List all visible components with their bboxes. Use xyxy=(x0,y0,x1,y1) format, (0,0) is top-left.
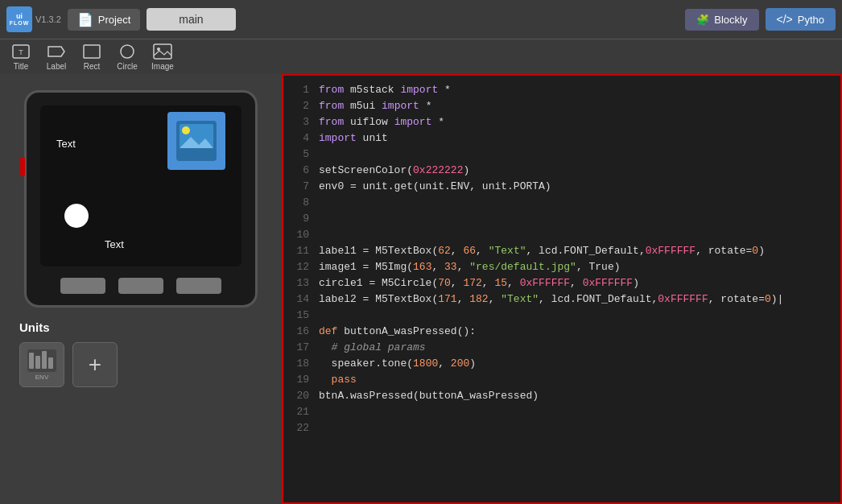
device-side-button[interactable] xyxy=(20,157,25,176)
toolbar-row: T Title Label Rect Circle Image xyxy=(0,39,842,74)
unit-add-button[interactable]: + xyxy=(72,342,118,387)
rect-icon xyxy=(80,43,103,60)
svg-text:T: T xyxy=(19,48,23,56)
project-button[interactable]: 📄 Project xyxy=(68,9,140,31)
main-area: Text Text xyxy=(0,74,842,504)
code-line-8: 8 xyxy=(283,195,840,211)
code-panel[interactable]: 1 from m5stack import * 2 from m5ui impo… xyxy=(282,74,842,504)
code-line-6: 6 setScreenColor(0x222222) xyxy=(283,163,840,179)
code-line-4: 4 import unit xyxy=(283,130,840,147)
add-icon: + xyxy=(89,353,101,376)
code-line-18: 18 speaker.tone(1800, 200) xyxy=(283,356,840,372)
code-line-9: 9 xyxy=(283,211,840,227)
project-icon: 📄 xyxy=(77,12,93,27)
code-line-15: 15 xyxy=(283,308,840,324)
code-line-13: 13 circle1 = M5Circle(70, 172, 15, 0xFFF… xyxy=(283,275,840,291)
svg-rect-4 xyxy=(154,44,171,59)
svg-point-3 xyxy=(121,45,134,58)
units-title: Units xyxy=(19,320,262,334)
code-line-17: 17 # global params xyxy=(283,340,840,356)
device-screen: Text Text xyxy=(40,105,241,266)
device-text-top: Text xyxy=(56,138,76,150)
toolbar-image[interactable]: Image xyxy=(151,43,174,71)
code-line-7: 7 env0 = unit.get(unit.ENV, unit.PORTA) xyxy=(283,179,840,195)
svg-point-9 xyxy=(182,126,190,134)
code-line-2: 2 from m5ui import * xyxy=(283,98,840,114)
code-line-5: 5 xyxy=(283,147,840,163)
blockly-button[interactable]: 🧩 Blockly xyxy=(685,9,758,31)
code-line-14: 14 label2 = M5TextBox(171, 182, "Text", … xyxy=(283,291,840,308)
python-button[interactable]: </> Pytho xyxy=(766,8,836,31)
title-icon: T xyxy=(10,43,32,60)
top-bar: ui FLOW V1.3.2 📄 Project main 🧩 Blockly … xyxy=(0,0,842,39)
toolbar-title-label: Title xyxy=(14,62,29,71)
svg-point-5 xyxy=(157,48,160,51)
svg-rect-13 xyxy=(42,351,47,369)
svg-rect-11 xyxy=(29,353,34,369)
code-line-10: 10 xyxy=(283,227,840,243)
toolbar-title[interactable]: T Title xyxy=(10,43,32,71)
code-line-1: 1 from m5stack import * xyxy=(283,82,840,98)
device-text-bottom: Text xyxy=(105,238,124,250)
device-button-a[interactable] xyxy=(60,278,105,294)
device-mockup: Text Text xyxy=(24,90,258,308)
label-icon xyxy=(45,43,68,60)
svg-rect-14 xyxy=(48,357,53,369)
code-line-22: 22 xyxy=(283,420,840,436)
circle-icon xyxy=(116,43,138,60)
main-tab[interactable]: main xyxy=(147,8,235,31)
device-image xyxy=(167,112,225,170)
toolbar-image-label: Image xyxy=(151,62,174,71)
toolbar-label[interactable]: Label xyxy=(45,43,68,71)
device-screen-inner: Text Text xyxy=(40,105,241,266)
units-items: ENV ENV + xyxy=(19,342,262,387)
code-line-19: 19 pass xyxy=(283,372,840,388)
svg-rect-12 xyxy=(35,356,40,369)
project-label: Project xyxy=(98,14,130,26)
code-line-12: 12 image1 = M5Img(163, 33, "res/default.… xyxy=(283,259,840,275)
device-button-c[interactable] xyxy=(176,278,221,294)
code-line-21: 21 xyxy=(283,404,840,420)
blockly-label: Blockly xyxy=(714,14,747,26)
device-button-b[interactable] xyxy=(118,278,163,294)
svg-rect-2 xyxy=(84,45,100,58)
code-line-11: 11 label1 = M5TextBox(62, 66, "Text", lc… xyxy=(283,243,840,259)
left-panel: Text Text xyxy=(0,74,282,504)
puzzle-icon: 🧩 xyxy=(696,14,709,26)
image-icon xyxy=(151,43,174,60)
toolbar-label-label: Label xyxy=(47,62,66,71)
logo-area: ui FLOW V1.3.2 xyxy=(6,6,61,32)
code-line-3: 3 from uiflow import * xyxy=(283,114,840,130)
code-line-16: 16 def buttonA_wasPressed(): xyxy=(283,324,840,340)
python-label: Pytho xyxy=(798,14,824,26)
toolbar-rect[interactable]: Rect xyxy=(80,43,103,71)
device-buttons xyxy=(60,278,221,294)
units-section: Units ENV ENV + xyxy=(13,320,269,387)
toolbar-circle-label: Circle xyxy=(117,62,138,71)
code-icon: </> xyxy=(777,13,793,26)
unit-env[interactable]: ENV ENV xyxy=(19,342,64,387)
toolbar-circle[interactable]: Circle xyxy=(116,43,138,71)
toolbar-rect-label: Rect xyxy=(84,62,101,71)
code-line-20: 20 btnA.wasPressed(buttonA_wasPressed) xyxy=(283,388,840,404)
version-text: V1.3.2 xyxy=(35,14,61,24)
logo-icon: ui FLOW xyxy=(6,6,32,32)
device-circle xyxy=(64,204,89,228)
